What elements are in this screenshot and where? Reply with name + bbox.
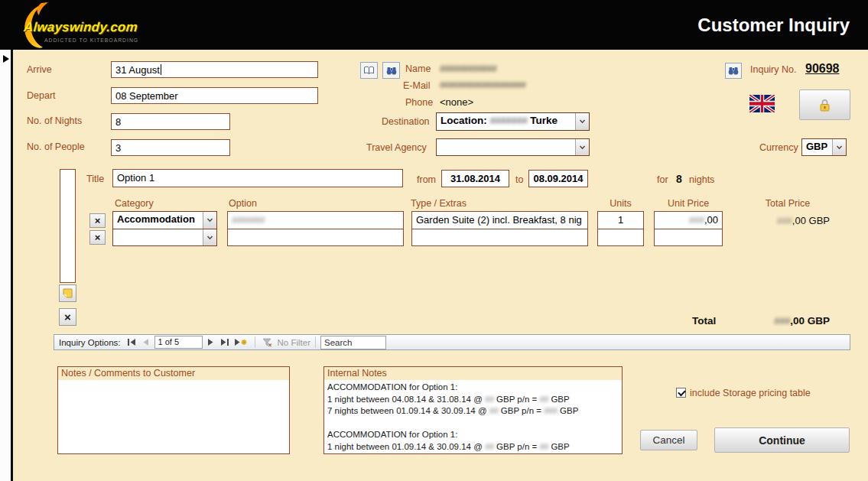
app-header: Alwayswindy.com ADDICTED TO KITEBOARDING… xyxy=(0,0,868,50)
type-extras-header: Type / Extras xyxy=(411,198,467,209)
delete-item-row2-button[interactable]: × xyxy=(89,230,106,245)
find-inquiry-button[interactable] xyxy=(725,63,742,79)
depart-label: Depart xyxy=(27,90,56,101)
nights-word-label: nights xyxy=(689,174,714,185)
next-record-button[interactable] xyxy=(204,336,218,349)
filter-funnel-icon xyxy=(262,338,272,347)
text-cursor xyxy=(161,64,161,75)
arrive-input[interactable]: 31 August xyxy=(111,61,318,78)
x-icon: × xyxy=(64,311,71,323)
unit-price-row1-input[interactable]: ###,00 xyxy=(654,211,723,229)
total-label: Total xyxy=(692,315,716,327)
delete-item-row1-button[interactable]: × xyxy=(89,213,106,228)
total-price-header: Total Price xyxy=(746,198,830,209)
travel-agency-value xyxy=(437,139,575,155)
destination-combobox[interactable]: Location: ####### Turke xyxy=(436,112,590,131)
record-nav-label: Inquiry Options: xyxy=(54,338,125,347)
cancel-button[interactable]: Cancel xyxy=(640,430,697,450)
record-navigation-bar: Inquiry Options: 1 of 5 xyxy=(54,334,850,350)
chevron-down-icon xyxy=(206,218,213,223)
people-input[interactable]: 3 xyxy=(111,139,230,156)
chevron-down-icon xyxy=(579,145,586,150)
currency-dropdown-button[interactable] xyxy=(832,139,846,155)
record-position-indicator[interactable]: 1 of 5 xyxy=(154,336,203,349)
address-book-button[interactable] xyxy=(360,62,378,79)
people-label: No. of People xyxy=(27,141,85,152)
travel-agency-label: Travel Agency xyxy=(366,142,427,153)
note-icon xyxy=(63,288,73,298)
new-record-icon xyxy=(234,338,248,346)
customer-notes-textarea[interactable] xyxy=(57,380,290,454)
find-customer-button[interactable] xyxy=(382,62,400,79)
last-record-icon xyxy=(219,338,229,346)
internal-notes-line: 7 nights between 01.09.14 & 30.09.14 @ #… xyxy=(327,405,619,418)
from-label: from xyxy=(417,174,436,185)
continue-button[interactable]: Continue xyxy=(714,427,850,453)
internal-notes-line: ACCOMMODATION for Option 1: xyxy=(327,429,619,441)
first-record-button[interactable] xyxy=(125,336,139,349)
category-row1-combobox[interactable]: Accommodation xyxy=(112,211,217,229)
option-row2-input[interactable] xyxy=(227,229,404,246)
option-nights-value: 8 xyxy=(676,173,682,185)
option-title-label: Title xyxy=(86,174,104,184)
depart-input[interactable]: 08 September xyxy=(111,87,318,104)
category-row2-dropdown-button[interactable] xyxy=(203,229,216,245)
unit-price-row2-input[interactable] xyxy=(654,229,723,246)
new-record-button[interactable] xyxy=(232,336,250,349)
current-record-marker xyxy=(3,55,9,63)
units-row1-input[interactable]: 1 xyxy=(597,211,644,229)
internal-notes-header: Internal Notes xyxy=(323,366,623,381)
unit-price-header: Unit Price xyxy=(654,198,723,209)
type-extras-row2-input[interactable] xyxy=(411,229,588,246)
delete-option-button[interactable]: × xyxy=(59,308,76,326)
email-value: #################### xyxy=(440,80,525,89)
record-selector-bar[interactable] xyxy=(0,50,13,481)
to-date-input[interactable]: 08.09.2014 xyxy=(528,170,588,187)
chevron-down-icon xyxy=(206,236,213,240)
open-book-icon xyxy=(363,66,375,75)
category-row2-combobox[interactable] xyxy=(112,229,217,246)
category-row1-dropdown-button[interactable] xyxy=(203,212,216,229)
internal-notes-textarea[interactable]: ACCOMMODATION for Option 1: 1 night betw… xyxy=(323,380,623,454)
currency-value: GBP xyxy=(802,139,832,155)
no-filter-label: No Filter xyxy=(278,338,310,347)
phone-label: Phone xyxy=(405,97,433,108)
first-record-icon xyxy=(127,338,137,346)
travel-agency-combobox[interactable] xyxy=(436,138,590,156)
lock-button[interactable] xyxy=(799,89,850,120)
units-row2-input[interactable] xyxy=(597,229,644,246)
internal-notes-line: 1 night between 04.08.14 & 31.08.14 @ ##… xyxy=(327,394,619,406)
phone-value: <none> xyxy=(440,96,473,108)
last-record-button[interactable] xyxy=(218,336,232,349)
category-header: Category xyxy=(115,198,154,209)
name-value: ############ xyxy=(440,63,496,74)
internal-notes-line xyxy=(327,418,619,430)
type-extras-row1-input[interactable]: Garden Suite (2) incl. Breakfast, 8 nig xyxy=(411,211,588,229)
customer-inquiry-window: Alwayswindy.com ADDICTED TO KITEBOARDING… xyxy=(0,0,868,481)
destination-label: Destination xyxy=(382,116,430,127)
search-input[interactable]: Search xyxy=(320,336,386,349)
arrive-label: Arrive xyxy=(27,64,52,75)
uk-flag-icon[interactable] xyxy=(749,95,775,112)
nights-input[interactable]: 8 xyxy=(111,113,230,130)
new-option-button[interactable] xyxy=(59,284,76,302)
options-listbox[interactable] xyxy=(60,169,76,283)
option-row1-value: ####### xyxy=(232,215,265,226)
filter-toggle-button[interactable] xyxy=(260,336,275,349)
nights-label: No. of Nights xyxy=(27,115,82,126)
storage-pricing-checkbox[interactable] xyxy=(676,388,686,398)
category-row1-value: Accommodation xyxy=(113,212,203,229)
from-date-input[interactable]: 31.08.2014 xyxy=(441,170,509,187)
option-title-input[interactable]: Option 1 xyxy=(112,169,403,187)
currency-combobox[interactable]: GBP xyxy=(801,138,847,156)
internal-notes-line: 1 night between 01.09.14 & 30.09.14 @ ##… xyxy=(327,441,619,453)
destination-dropdown-button[interactable] xyxy=(575,113,589,130)
option-row1-input[interactable]: ####### xyxy=(227,211,404,229)
to-label: to xyxy=(515,174,523,185)
separator xyxy=(315,336,316,348)
travel-agency-dropdown-button[interactable] xyxy=(575,139,589,155)
customer-notes-header: Notes / Comments to Customer xyxy=(57,366,290,381)
previous-record-button[interactable] xyxy=(139,336,153,349)
storage-pricing-label: include Storage pricing table xyxy=(690,388,811,398)
padlock-icon xyxy=(819,99,831,112)
